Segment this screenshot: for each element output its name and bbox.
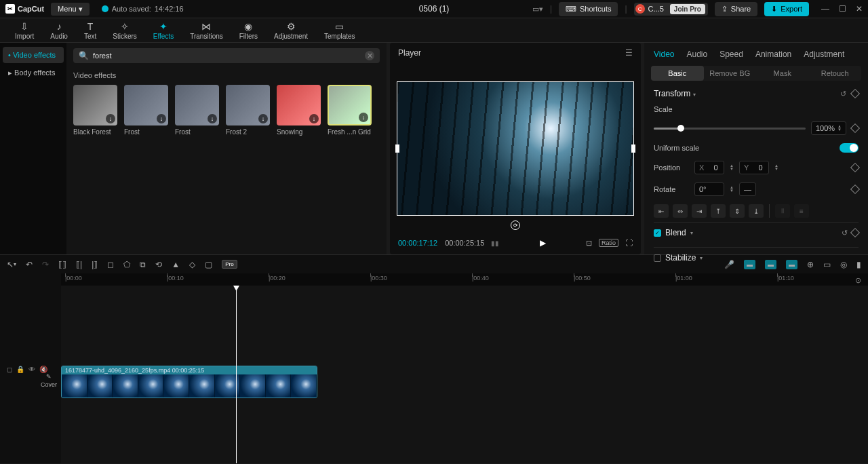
nav-text[interactable]: TText	[76, 21, 104, 40]
fullscreen-icon[interactable]: ⛶	[625, 239, 633, 247]
cover-button[interactable]: ✎ Cover	[41, 373, 57, 388]
join-pro-badge[interactable]: Join Pro	[670, 4, 705, 14]
rotate-handle[interactable]: ⟳	[511, 220, 520, 230]
nav-effects[interactable]: ✦Effects	[145, 21, 182, 40]
transform-header[interactable]: Transform ▾	[654, 89, 696, 98]
download-icon[interactable]: ↓	[359, 113, 368, 122]
sidebar-body-effects[interactable]: ▸ Body effects	[3, 64, 64, 81]
sidebar-video-effects[interactable]: • Video effects	[3, 47, 64, 63]
preview-frame[interactable]: ⟳	[397, 81, 634, 216]
spinner-icon[interactable]: ▲▼	[774, 164, 778, 171]
ratio-button[interactable]: Ratio	[599, 239, 618, 247]
resize-handle-left[interactable]	[395, 144, 399, 153]
magnet-tool[interactable]: ⊕	[807, 260, 814, 269]
resize-handle-right[interactable]	[631, 144, 635, 153]
nav-transitions[interactable]: ⋈Transitions	[182, 21, 231, 40]
track-icon[interactable]: ◻	[7, 366, 12, 373]
keyframe-icon[interactable]	[850, 89, 860, 98]
clear-search-button[interactable]: ✕	[365, 51, 374, 60]
position-x-input[interactable]: X 0	[694, 161, 724, 174]
spinner-icon[interactable]: ▲▼	[837, 125, 842, 132]
stabilize-checkbox[interactable]	[654, 254, 661, 262]
lock-icon[interactable]: 🔒	[16, 366, 24, 373]
align-right-button[interactable]: ⇥	[692, 204, 707, 218]
rotate-tool[interactable]: ◇	[189, 260, 195, 269]
nav-stickers[interactable]: ✧Stickers	[104, 21, 145, 40]
reset-icon[interactable]: ↺	[840, 90, 846, 98]
rotate-input[interactable]: 0°	[694, 182, 724, 196]
mic-button[interactable]: 🎤	[724, 260, 734, 269]
compare-icon[interactable]: ▮▮	[491, 239, 499, 247]
position-y-input[interactable]: Y 0	[739, 161, 769, 174]
spinner-icon[interactable]: ▲▼	[730, 164, 734, 171]
mirror-tool[interactable]: ▲	[172, 260, 180, 269]
pro-tool[interactable]: Pro	[222, 260, 237, 269]
maximize-icon[interactable]: ☐	[839, 4, 846, 14]
keyframe-icon[interactable]	[850, 185, 860, 194]
subtab-retouch[interactable]: Retouch	[809, 66, 862, 81]
safe-zone-tool[interactable]: ◎	[840, 260, 847, 269]
subtab-basic[interactable]: Basic	[651, 66, 704, 81]
nav-import[interactable]: ⇩Import	[7, 21, 42, 40]
reverse-tool[interactable]: ⟲	[155, 260, 162, 269]
share-button[interactable]: ⇪ Share	[715, 2, 757, 16]
keyframe-icon[interactable]	[850, 163, 860, 172]
download-icon[interactable]: ↓	[157, 114, 166, 123]
eye-icon[interactable]: 👁	[28, 366, 35, 373]
preview-tool[interactable]: ▭	[823, 260, 831, 269]
effect-card[interactable]: ↓Fresh ...n Grid	[328, 85, 372, 136]
split-right-tool[interactable]: |⟧	[92, 260, 98, 269]
split-left-tool[interactable]: ⟦|	[76, 260, 82, 269]
download-icon[interactable]: ↓	[258, 114, 268, 123]
playhead[interactable]	[236, 286, 237, 463]
minimize-icon[interactable]: —	[821, 4, 829, 14]
keyframe-icon[interactable]	[850, 123, 860, 133]
effect-card[interactable]: ↓Snowing	[277, 85, 321, 136]
reframe-tool[interactable]: ▢	[205, 260, 212, 269]
subtab-mask[interactable]: Mask	[756, 66, 809, 81]
aspect-icon[interactable]: ▭▾	[532, 5, 543, 14]
selection-tool[interactable]: ↖ ▾	[7, 260, 16, 269]
crop-tool[interactable]: ◻	[107, 260, 114, 269]
track-toggle-1[interactable]: ▬	[744, 260, 755, 269]
tab-animation[interactable]: Animation	[755, 50, 791, 59]
align-vcenter-button[interactable]: ⇕	[730, 204, 745, 218]
redo-button[interactable]: ↷	[42, 260, 49, 269]
effect-card[interactable]: ↓Black Forest	[73, 85, 117, 136]
track-toggle-3[interactable]: ▬	[786, 260, 797, 269]
blend-checkbox[interactable]: ✓	[654, 229, 661, 237]
track-toggle-2[interactable]: ▬	[765, 260, 776, 269]
effect-card[interactable]: ↓Frost 2	[226, 85, 270, 136]
nav-audio[interactable]: ♪Audio	[42, 21, 76, 40]
download-icon[interactable]: ↓	[208, 114, 217, 123]
stabilize-label[interactable]: Stabilize	[665, 253, 696, 263]
mute-icon[interactable]: 🔇	[39, 366, 47, 373]
tab-video[interactable]: Video	[654, 50, 674, 59]
nav-filters[interactable]: ◉Filters	[231, 21, 266, 40]
scale-slider[interactable]	[654, 128, 806, 130]
player-menu-icon[interactable]: ☰	[625, 48, 633, 58]
effect-card[interactable]: ↓Frost	[175, 85, 219, 136]
tab-adjustment[interactable]: Adjustment	[804, 50, 844, 59]
mask-tool[interactable]: ⬠	[123, 260, 130, 269]
search-input[interactable]	[93, 52, 361, 60]
zoom-fit-icon[interactable]: ⊙	[855, 276, 861, 285]
uniform-scale-toggle[interactable]	[840, 143, 859, 153]
tab-audio[interactable]: Audio	[686, 50, 707, 59]
undo-button[interactable]: ↶	[26, 260, 33, 269]
align-top-button[interactable]: ⤒	[711, 204, 726, 218]
nav-templates[interactable]: ▭Templates	[316, 21, 363, 40]
keyframe-icon[interactable]	[850, 228, 860, 237]
shortcuts-button[interactable]: ⌨ Shortcuts	[559, 2, 618, 16]
align-left-button[interactable]: ⇤	[654, 204, 669, 218]
download-icon[interactable]: ↓	[309, 114, 319, 123]
split-tool[interactable]: ⟦⟧	[58, 260, 66, 269]
play-button[interactable]: ▶	[540, 238, 546, 248]
tab-speed[interactable]: Speed	[719, 50, 743, 59]
reset-icon[interactable]: ↺	[842, 229, 848, 237]
marker-tool[interactable]: ▮	[856, 260, 861, 269]
blend-label[interactable]: Blend	[665, 228, 686, 237]
close-icon[interactable]: ✕	[856, 4, 863, 14]
align-bottom-button[interactable]: ⤓	[749, 204, 764, 218]
copy-tool[interactable]: ⧉	[140, 260, 146, 269]
